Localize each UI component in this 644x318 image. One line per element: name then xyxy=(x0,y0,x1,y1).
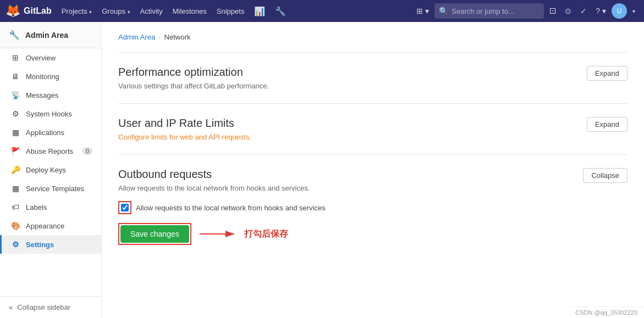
top-navigation: 🦊 GitLab Projects ▾ Groups ▾ Activity Mi… xyxy=(0,0,644,22)
outbound-desc: Allow requests to the local network from… xyxy=(118,184,310,192)
sidebar-item-overview[interactable]: ⊞ Overview xyxy=(0,48,101,67)
user-menu-arrow[interactable]: ▾ xyxy=(629,6,639,16)
search-box[interactable]: 🔍 xyxy=(434,3,544,19)
overview-icon: ⊞ xyxy=(10,53,20,62)
sidebar-label-settings: Settings xyxy=(26,241,54,249)
settings-icon: ⚙ xyxy=(10,240,20,249)
admin-wrench-icon: 🔧 xyxy=(9,30,20,40)
performance-title: Performance optimization xyxy=(118,66,269,79)
rate-limits-expand-button[interactable]: Expand xyxy=(587,117,628,132)
main-content: Admin Area › Network Performance optimiz… xyxy=(102,22,644,318)
help-button[interactable]: ? ▾ xyxy=(592,4,609,18)
user-avatar[interactable]: U xyxy=(612,3,627,19)
outbound-section-header: Outbound requests Allow requests to the … xyxy=(118,168,628,192)
sidebar-label-messages: Messages xyxy=(26,91,58,99)
rate-limits-link[interactable]: Configure limits for web and API request… xyxy=(118,133,251,141)
outbound-section-content: Outbound requests Allow requests to the … xyxy=(118,168,310,192)
sidebar-item-system-hooks[interactable]: ⚙ System Hooks xyxy=(0,104,101,123)
allow-local-network-checkbox[interactable] xyxy=(121,204,129,211)
breadcrumb-parent[interactable]: Admin Area xyxy=(118,33,155,41)
applications-icon: ▦ xyxy=(10,128,20,137)
rate-limits-section: User and IP Rate Limits Configure limits… xyxy=(118,103,628,154)
footer: CSDN @qq_35302220 xyxy=(569,306,644,318)
nav-wrench-icon[interactable]: 🔧 xyxy=(271,4,290,19)
rate-limits-section-content: User and IP Rate Limits Configure limits… xyxy=(118,117,251,141)
search-input[interactable] xyxy=(452,7,540,15)
performance-section-content: Performance optimization Various setting… xyxy=(118,66,269,90)
sidebar-header: 🔧 Admin Area xyxy=(0,22,101,48)
performance-section: Performance optimization Various setting… xyxy=(118,52,628,103)
sidebar-item-applications[interactable]: ▦ Applications xyxy=(0,123,101,142)
system-hooks-icon: ⚙ xyxy=(10,109,20,118)
sidebar-label-appearance: Appearance xyxy=(26,222,64,230)
sidebar: 🔧 Admin Area ⊞ Overview 🖥 Monitoring 📡 M… xyxy=(0,22,102,318)
performance-expand-button[interactable]: Expand xyxy=(587,66,628,81)
save-changes-button[interactable]: Save changes xyxy=(120,225,189,243)
sidebar-item-labels[interactable]: 🏷 Labels xyxy=(0,198,101,216)
sidebar-label-overview: Overview xyxy=(26,54,56,62)
nav-milestones[interactable]: Milestones xyxy=(168,5,211,18)
abuse-reports-badge: 0 xyxy=(82,147,92,155)
sidebar-label-deploy-keys: Deploy Keys xyxy=(26,166,66,174)
sidebar-item-messages[interactable]: 📡 Messages xyxy=(0,86,101,104)
outbound-title: Outbound requests xyxy=(118,168,310,181)
nav-projects[interactable]: Projects ▾ xyxy=(57,5,97,18)
annotation-text: 打勾后保存 xyxy=(244,228,288,240)
collapse-icon: « xyxy=(9,303,13,311)
sidebar-item-appearance[interactable]: 🎨 Appearance xyxy=(0,216,101,235)
sidebar-label-system-hooks: System Hooks xyxy=(26,110,72,118)
collapse-sidebar-button[interactable]: « Collapse sidebar xyxy=(0,296,101,318)
outbound-collapse-button[interactable]: Collapse xyxy=(583,168,628,183)
nav-links: Projects ▾ Groups ▾ Activity Milestones … xyxy=(57,4,291,19)
sidebar-item-monitoring[interactable]: 🖥 Monitoring xyxy=(0,67,101,86)
nav-snippets[interactable]: Snippets xyxy=(212,5,249,18)
brand-name: GitLab xyxy=(24,6,52,16)
nav-groups[interactable]: Groups ▾ xyxy=(97,5,134,18)
page-layout: 🔧 Admin Area ⊞ Overview 🖥 Monitoring 📡 M… xyxy=(0,22,644,318)
new-item-button[interactable]: ⊞ ▾ xyxy=(413,4,432,18)
annotation-arrow-svg xyxy=(197,226,241,242)
rate-limits-title: User and IP Rate Limits xyxy=(118,117,251,130)
chevron-down-icon: ▾ xyxy=(89,9,92,15)
service-templates-icon: ▦ xyxy=(10,184,20,193)
annotation-area: Save changes 打勾后保存 xyxy=(118,223,628,245)
messages-icon: 📡 xyxy=(10,91,20,99)
sidebar-label-labels: Labels xyxy=(26,203,47,211)
breadcrumb-separator: › xyxy=(158,33,161,41)
save-button-highlight: Save changes xyxy=(118,223,191,245)
sidebar-label-abuse-reports: Abuse Reports xyxy=(26,147,73,155)
sidebar-label-applications: Applications xyxy=(26,129,64,137)
checkbox-highlight-border xyxy=(118,201,131,214)
nav-activity[interactable]: Activity xyxy=(136,5,167,18)
checkbox-row: Allow requests to the local network from… xyxy=(118,201,628,214)
appearance-icon: 🎨 xyxy=(10,221,20,230)
abuse-reports-icon: 🚩 xyxy=(10,147,20,155)
outbound-content: Allow requests to the local network from… xyxy=(118,201,628,245)
search-icon: 🔍 xyxy=(439,7,448,15)
deploy-keys-icon: 🔑 xyxy=(10,165,20,174)
issues-icon[interactable]: ⊙ xyxy=(562,4,575,18)
outbound-section: Outbound requests Allow requests to the … xyxy=(118,154,628,258)
annotation-arrow: 打勾后保存 xyxy=(197,226,288,242)
sidebar-item-service-templates[interactable]: ▦ Service Templates xyxy=(0,179,101,198)
sidebar-label-monitoring: Monitoring xyxy=(26,72,59,81)
todos-icon[interactable]: ✓ xyxy=(577,4,590,18)
performance-section-header: Performance optimization Various setting… xyxy=(118,66,628,90)
merge-requests-icon[interactable]: ⚀ xyxy=(546,4,559,18)
footer-text: CSDN @qq_35302220 xyxy=(575,309,637,316)
labels-icon: 🏷 xyxy=(10,203,20,211)
collapse-label: Collapse sidebar xyxy=(17,303,70,311)
checkbox-label: Allow requests to the local network from… xyxy=(136,204,326,212)
sidebar-item-deploy-keys[interactable]: 🔑 Deploy Keys xyxy=(0,160,101,179)
breadcrumb: Admin Area › Network xyxy=(118,33,628,41)
chevron-down-icon: ▾ xyxy=(128,9,130,15)
logo[interactable]: 🦊 GitLab xyxy=(5,4,52,18)
sidebar-item-abuse-reports[interactable]: 🚩 Abuse Reports 0 xyxy=(0,142,101,160)
nav-chart-icon[interactable]: 📊 xyxy=(250,4,269,19)
monitoring-icon: 🖥 xyxy=(10,72,20,81)
rate-limits-section-header: User and IP Rate Limits Configure limits… xyxy=(118,117,628,141)
sidebar-label-service-templates: Service Templates xyxy=(26,185,84,193)
performance-desc: Various settings that affect GitLab perf… xyxy=(118,82,269,90)
sidebar-item-settings[interactable]: ⚙ Settings xyxy=(0,235,101,254)
gitlab-logo-icon: 🦊 xyxy=(5,4,20,18)
